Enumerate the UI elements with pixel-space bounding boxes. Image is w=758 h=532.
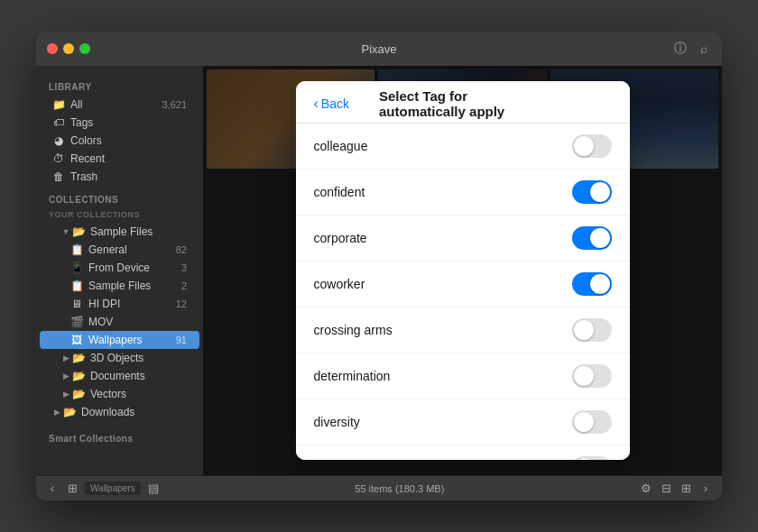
titlebar: Pixave ⓘ ⌕: [36, 32, 722, 66]
tag-row[interactable]: crossing arms: [296, 307, 630, 353]
wallpaper-icon: 🖼: [70, 334, 83, 346]
toggle-knob: [574, 366, 594, 386]
folder-icon: 📂: [63, 406, 76, 418]
smart-collections-label: Smart Collections: [36, 425, 203, 447]
tag-name: confident: [314, 185, 572, 199]
bottom-toolbar: ‹ ⊞ Wallpapers ▤ 55 items (180.3 MB) ⚙ ⊟…: [36, 475, 722, 500]
tag-name: determination: [314, 369, 572, 383]
tag-name: diversity: [314, 415, 572, 429]
settings-icon[interactable]: ⚙: [639, 482, 653, 496]
content-area: ‹ Back Select Tag for automatically appl…: [203, 66, 722, 475]
window-controls: [47, 43, 90, 54]
chevron-right-icon: ▶: [61, 353, 70, 362]
collection-icon: 📂: [72, 225, 85, 238]
close-button[interactable]: [47, 43, 58, 54]
nav-prev-button[interactable]: ‹: [45, 482, 60, 496]
chevron-down-icon: ▼: [61, 227, 70, 236]
search-icon[interactable]: ⌕: [697, 41, 711, 56]
app-window: Pixave ⓘ ⌕ LIBRARY 📁 All 3,621 🏷 Tags ◕ …: [36, 32, 722, 500]
folder-icon: 📂: [72, 388, 85, 400]
tag-list: colleagueconfidentcorporatecoworkercross…: [296, 124, 630, 460]
sidebar-item-trash[interactable]: 🗑 Trash: [40, 168, 199, 186]
library-section-label: LIBRARY: [36, 73, 203, 96]
colors-icon: ◕: [52, 134, 65, 147]
your-collections-label: YOUR COLLECTIONS: [36, 208, 203, 223]
toggle-knob: [590, 274, 610, 294]
sidebar-item-vectors[interactable]: ▶ 📂 Vectors: [40, 385, 199, 403]
tag-name: corporate: [314, 231, 572, 245]
next-icon[interactable]: ›: [698, 482, 713, 496]
sidebar-item-documents[interactable]: ▶ 📂 Documents: [40, 367, 199, 385]
sidebar-item-hi-dpi[interactable]: 🖥 HI DPI 12: [40, 295, 199, 313]
tag-row[interactable]: colleague: [296, 124, 630, 170]
sidebar-item-3d-objects[interactable]: ▶ 📂 3D Objects: [40, 349, 199, 367]
toggle-knob: [590, 182, 610, 202]
tag-toggle[interactable]: [572, 272, 612, 296]
sidebar-item-tags[interactable]: 🏷 Tags: [40, 114, 199, 132]
tag-toggle[interactable]: [572, 456, 612, 460]
sidebar-item-mov[interactable]: 🎬 MOV: [40, 313, 199, 331]
tag-toggle[interactable]: [572, 364, 612, 388]
toolbar-right: ⚙ ⊟ ⊞ ›: [639, 482, 713, 496]
sidebar-item-from-device[interactable]: 📱 From Device 3: [40, 259, 199, 277]
modal-title: Select Tag for automatically apply: [379, 88, 546, 119]
maximize-button[interactable]: [79, 43, 90, 54]
tag-row[interactable]: confident: [296, 170, 630, 216]
device-icon: 📱: [70, 261, 83, 274]
collections-section-label: COLLECTIONS: [36, 186, 203, 208]
tag-row[interactable]: coworker: [296, 261, 630, 307]
sidebar-item-wallpapers[interactable]: 🖼 Wallpapers 91: [40, 331, 199, 349]
tag-name: coworker: [314, 277, 572, 291]
tag-name: crossing arms: [314, 323, 572, 337]
tag-name: colleague: [314, 139, 572, 153]
tag-toggle[interactable]: [572, 180, 612, 204]
tag-toggle[interactable]: [572, 226, 612, 250]
toolbar-left: ‹ ⊞ Wallpapers ▤: [45, 482, 161, 496]
tag-row[interactable]: diversity: [296, 399, 630, 445]
chevron-right-icon: ▶: [61, 390, 70, 399]
main-content: LIBRARY 📁 All 3,621 🏷 Tags ◕ Colors ⏱ Re…: [36, 66, 722, 475]
folder-icon: 📁: [52, 98, 65, 111]
tag-row[interactable]: corporate: [296, 216, 630, 261]
chevron-left-icon: ‹: [314, 96, 319, 112]
nav-next-button[interactable]: ▤: [146, 482, 161, 496]
hi-dpi-icon: 🖥: [70, 298, 83, 310]
titlebar-actions: ⓘ ⌕: [673, 41, 711, 56]
tag-toggle[interactable]: [572, 318, 612, 342]
status-text: 55 items (180.3 MB): [161, 483, 639, 494]
toggle-knob: [574, 412, 594, 432]
recent-icon: ⏱: [52, 152, 65, 165]
sidebar-item-sample-files-2[interactable]: 📋 Sample Files 2: [40, 277, 199, 295]
path-display: Wallpapers: [85, 482, 141, 495]
toggle-knob: [590, 228, 610, 248]
sidebar-item-all[interactable]: 📁 All 3,621: [40, 96, 199, 114]
toggle-knob: [574, 320, 594, 340]
back-button[interactable]: ‹ Back: [314, 96, 349, 112]
tag-row[interactable]: executive: [296, 445, 630, 460]
folder-icon: 📋: [70, 280, 83, 292]
folder-icon: 📂: [72, 370, 85, 382]
tag-toggle[interactable]: [572, 134, 612, 158]
chevron-right-icon: ▶: [61, 371, 70, 381]
sidebar-item-colors[interactable]: ◕ Colors: [40, 132, 199, 150]
sidebar-item-sample-files[interactable]: ▼ 📂 Sample Files: [40, 223, 199, 241]
modal-overlay: ‹ Back Select Tag for automatically appl…: [203, 66, 722, 475]
chevron-right-icon: ▶: [52, 408, 61, 417]
sidebar: LIBRARY 📁 All 3,621 🏷 Tags ◕ Colors ⏱ Re…: [36, 66, 203, 475]
sidebar-item-general[interactable]: 📋 General 82: [40, 241, 199, 259]
minimize-button[interactable]: [63, 43, 74, 54]
columns-icon[interactable]: ⊞: [679, 482, 693, 496]
sidebar-item-recent[interactable]: ⏱ Recent: [40, 150, 199, 168]
tag-toggle[interactable]: [572, 410, 612, 434]
view-toggle-icon[interactable]: ⊟: [659, 482, 673, 496]
folder-icon: 📂: [72, 352, 85, 364]
grid-icon[interactable]: ⊞: [65, 482, 79, 496]
toggle-knob: [574, 458, 594, 460]
tag-icon: 🏷: [52, 116, 65, 129]
video-icon: 🎬: [70, 316, 83, 328]
info-icon[interactable]: ⓘ: [673, 41, 688, 56]
tag-row[interactable]: determination: [296, 353, 630, 399]
sidebar-item-downloads[interactable]: ▶ 📂 Downloads: [40, 403, 199, 421]
modal-header: ‹ Back Select Tag for automatically appl…: [296, 81, 630, 124]
trash-icon: 🗑: [52, 170, 65, 183]
